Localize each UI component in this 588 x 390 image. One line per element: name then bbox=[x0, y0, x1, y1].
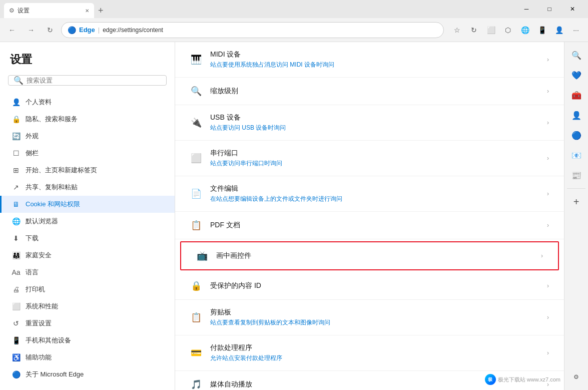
nav-icon-languages: Aa bbox=[12, 268, 21, 276]
phone-button[interactable]: 📱 bbox=[534, 22, 550, 38]
back-button[interactable]: ← bbox=[4, 22, 20, 38]
close-button[interactable]: ✕ bbox=[561, 0, 584, 18]
content-title-zoom: 缩放级别 bbox=[210, 87, 539, 96]
nav-label-accessibility: 辅助功能 bbox=[26, 353, 52, 362]
sidebar-item-cookies[interactable]: 🖥 Cookie 和网站权限 bbox=[0, 196, 175, 213]
settings-list: 🎹 MIDI 设备 站点要使用系统独占消息访问 MIDI 设备时询问 › 🔍 缩… bbox=[175, 42, 564, 390]
content-area: 🎹 MIDI 设备 站点要使用系统独占消息访问 MIDI 设备时询问 › 🔍 缩… bbox=[175, 42, 564, 390]
content-item-pdf[interactable]: 📋 PDF 文档 › bbox=[175, 212, 564, 239]
sidebar-item-family[interactable]: 👨‍👩‍👧 家庭安全 bbox=[0, 247, 175, 264]
add-sidebar-button[interactable]: + bbox=[567, 193, 585, 211]
content-icon-clipboard: 📋 bbox=[190, 312, 202, 323]
content-icon-serial: ⬜ bbox=[190, 153, 202, 164]
content-subtitle-serial: 站点要访问串行端口时询问 bbox=[210, 159, 539, 168]
sidebar-item-reset[interactable]: ↺ 重置设置 bbox=[0, 315, 175, 332]
content-text-clipboard: 剪贴板 站点要查看复制到剪贴板的文本和图像时询问 bbox=[210, 308, 539, 327]
bing-search-button[interactable]: 🔍 bbox=[567, 46, 585, 64]
nav-label-privacy: 隐私、搜索和服务 bbox=[26, 115, 78, 124]
copilot-button[interactable]: 💙 bbox=[567, 66, 585, 84]
active-tab[interactable]: ⚙ 设置 ✕ bbox=[4, 3, 94, 18]
content-text-file-edit: 文件编辑 在站点想要编辑设备上的文件或文件夹时进行询问 bbox=[210, 184, 539, 203]
nav-icon-default-browser: 🌐 bbox=[12, 217, 21, 225]
forward-button[interactable]: → bbox=[23, 22, 39, 38]
refresh-button[interactable]: ↻ bbox=[42, 22, 58, 38]
sidebar-profile-button[interactable]: 👤 bbox=[567, 106, 585, 124]
outlook-button[interactable]: 📧 bbox=[567, 146, 585, 164]
new-tab-button[interactable]: + bbox=[94, 4, 108, 18]
content-arrow-payment: › bbox=[547, 349, 549, 356]
sidebar-item-about[interactable]: 🔵 关于 Microsoft Edge bbox=[0, 366, 175, 383]
edge-button[interactable]: 🔵 bbox=[567, 126, 585, 144]
content-subtitle-payment: 允许站点安装付款处理程序 bbox=[210, 354, 539, 362]
content-text-usb: USB 设备 站点要访问 USB 设备时询问 bbox=[210, 113, 539, 132]
content-title-usb: USB 设备 bbox=[210, 113, 539, 122]
nav-label-system: 系统和性能 bbox=[26, 302, 58, 311]
content-item-pip[interactable]: 📺 画中画控件 › bbox=[180, 241, 559, 270]
content-item-midi[interactable]: 🎹 MIDI 设备 站点要使用系统独占消息访问 MIDI 设备时询问 › bbox=[175, 42, 564, 78]
content-text-pdf: PDF 文档 bbox=[210, 221, 539, 230]
watermark: 极 极光下载站 www.xz7.com bbox=[485, 374, 560, 385]
profile-button[interactable]: 👤 bbox=[551, 22, 567, 38]
nav-label-startup: 开始、主页和新建标签页 bbox=[26, 166, 97, 175]
search-box[interactable]: 🔍 bbox=[8, 75, 167, 86]
news-button[interactable]: 📰 bbox=[567, 166, 585, 184]
search-input[interactable] bbox=[27, 77, 161, 84]
shopping-button[interactable]: 🧰 bbox=[567, 86, 585, 104]
extensions-button[interactable]: 🌐 bbox=[517, 22, 533, 38]
browser-actions: ☆ ↻ ⬜ ⬡ 🌐 📱 👤 ··· bbox=[449, 22, 584, 38]
browser-essentials-button[interactable]: ⬡ bbox=[500, 22, 516, 38]
content-item-zoom[interactable]: 🔍 缩放级别 › bbox=[175, 78, 564, 105]
minimize-button[interactable]: ─ bbox=[515, 0, 538, 18]
content-item-serial[interactable]: ⬜ 串行端口 站点要访问串行端口时询问 › bbox=[175, 141, 564, 176]
nav-label-mobile: 手机和其他设备 bbox=[26, 336, 71, 345]
browser-chrome: ← → ↻ 🔵 Edge | edge://settings/content ☆… bbox=[0, 18, 588, 42]
settings-more-button[interactable]: ··· bbox=[568, 22, 584, 38]
nav-icon-printing: 🖨 bbox=[12, 285, 21, 293]
favorites-button[interactable]: ☆ bbox=[449, 22, 465, 38]
sidebar-item-share[interactable]: ↗ 共享、复制和粘贴 bbox=[0, 179, 175, 196]
tab-close-button[interactable]: ✕ bbox=[85, 8, 89, 14]
sidebar-item-languages[interactable]: Aa 语言 bbox=[0, 264, 175, 281]
maximize-button[interactable]: □ bbox=[538, 0, 561, 18]
content-subtitle-clipboard: 站点要查看复制到剪贴板的文本和图像时询问 bbox=[210, 318, 539, 327]
edge-favicon: 🔵 bbox=[68, 26, 76, 34]
content-arrow-pdf: › bbox=[547, 222, 549, 229]
nav-icon-family: 👨‍👩‍👧 bbox=[12, 251, 21, 259]
nav-icon-profile: 👤 bbox=[12, 98, 21, 106]
content-title-pdf: PDF 文档 bbox=[210, 221, 539, 230]
sidebar-item-privacy[interactable]: 🔒 隐私、搜索和服务 bbox=[0, 111, 175, 128]
sidebar-settings-button[interactable]: ⚙ bbox=[567, 368, 585, 386]
sidebar-item-accessibility[interactable]: ♿ 辅助功能 bbox=[0, 349, 175, 366]
titlebar: ⚙ 设置 ✕ + ─ □ ✕ bbox=[0, 0, 588, 18]
nav-icon-sidebar: ☐ bbox=[12, 149, 21, 157]
content-icon-zoom: 🔍 bbox=[190, 86, 202, 97]
content-item-payment[interactable]: 💳 付款处理程序 允许站点安装付款处理程序 › bbox=[175, 335, 564, 371]
sidebar-item-sidebar[interactable]: ☐ 侧栏 bbox=[0, 145, 175, 162]
sidebar-item-printing[interactable]: 🖨 打印机 bbox=[0, 281, 175, 298]
nav-icon-startup: ⊞ bbox=[12, 166, 21, 174]
content-icon-pdf: 📋 bbox=[190, 220, 202, 231]
content-title-protected-content: 受保护的内容 ID bbox=[210, 281, 539, 290]
content-title-pip: 画中画控件 bbox=[216, 251, 533, 260]
content-item-usb[interactable]: 🔌 USB 设备 站点要访问 USB 设备时询问 › bbox=[175, 105, 564, 141]
content-text-protected-content: 受保护的内容 ID bbox=[210, 281, 539, 290]
split-screen-button[interactable]: ⬜ bbox=[483, 22, 499, 38]
sidebar-item-appearance[interactable]: 🔄 外观 bbox=[0, 128, 175, 145]
sidebar-item-profile[interactable]: 👤 个人资料 bbox=[0, 94, 175, 111]
address-bar[interactable]: 🔵 Edge | edge://settings/content bbox=[61, 22, 444, 38]
sidebar-item-startup[interactable]: ⊞ 开始、主页和新建标签页 bbox=[0, 162, 175, 179]
search-icon: 🔍 bbox=[14, 76, 24, 85]
content-item-clipboard[interactable]: 📋 剪贴板 站点要查看复制到剪贴板的文本和图像时询问 › bbox=[175, 300, 564, 335]
nav-label-reset: 重置设置 bbox=[26, 319, 52, 328]
edge-label: Edge bbox=[79, 26, 95, 34]
sidebar-item-system[interactable]: ⬜ 系统和性能 bbox=[0, 298, 175, 315]
content-item-file-edit[interactable]: 📄 文件编辑 在站点想要编辑设备上的文件或文件夹时进行询问 › bbox=[175, 176, 564, 212]
sidebar-item-downloads[interactable]: ⬇ 下载 bbox=[0, 230, 175, 247]
tab-settings-icon: ⚙ bbox=[9, 7, 15, 14]
content-item-protected-content[interactable]: 🔒 受保护的内容 ID › bbox=[175, 272, 564, 300]
content-subtitle-usb: 站点要访问 USB 设备时询问 bbox=[210, 124, 539, 132]
collections-button[interactable]: ↻ bbox=[466, 22, 482, 38]
sidebar-item-default-browser[interactable]: 🌐 默认浏览器 bbox=[0, 213, 175, 230]
nav-label-sidebar: 侧栏 bbox=[26, 149, 39, 158]
sidebar-item-mobile[interactable]: 📱 手机和其他设备 bbox=[0, 332, 175, 349]
